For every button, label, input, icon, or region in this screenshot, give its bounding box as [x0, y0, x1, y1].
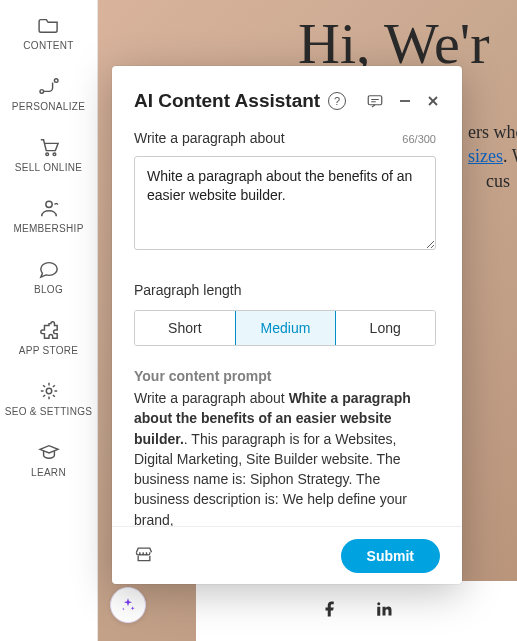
gear-icon — [38, 380, 60, 402]
hero-line: ers who — [468, 122, 517, 142]
modal-header: AI Content Assistant ? — [112, 66, 462, 130]
content-prompt-heading: Your content prompt — [134, 368, 436, 384]
svg-point-5 — [46, 388, 51, 393]
modal-scroll[interactable]: Write a paragraph about 66/300 Paragraph… — [134, 130, 440, 526]
hero-line: cus — [486, 171, 510, 191]
modal-footer: Submit — [112, 526, 462, 584]
sidebar-item-label: PERSONALIZE — [12, 101, 85, 112]
svg-point-4 — [45, 201, 51, 207]
feedback-icon[interactable] — [366, 93, 384, 109]
route-icon — [38, 75, 60, 97]
minimize-icon[interactable] — [398, 94, 412, 108]
grad-cap-icon — [38, 441, 60, 463]
person-icon — [38, 197, 60, 219]
storefront-icon[interactable] — [134, 545, 154, 567]
prompt-textarea[interactable] — [134, 156, 436, 250]
sidebar-item-personalize[interactable]: PERSONALIZE — [0, 65, 97, 126]
length-long[interactable]: Long — [335, 311, 435, 345]
cart-icon — [38, 136, 60, 158]
length-label: Paragraph length — [134, 282, 436, 298]
sidebar-item-content[interactable]: CONTENT — [0, 4, 97, 65]
sidebar-item-label: BLOG — [34, 284, 63, 295]
sidebar-item-sell-online[interactable]: SELL ONLINE — [0, 126, 97, 187]
modal-body: Write a paragraph about 66/300 Paragraph… — [112, 130, 462, 526]
chat-icon — [38, 258, 60, 280]
svg-point-2 — [45, 153, 48, 156]
close-icon[interactable] — [426, 94, 440, 108]
ai-assistant-modal: AI Content Assistant ? Write a paragraph… — [112, 66, 462, 584]
sidebar-item-seo-settings[interactable]: SEO & SETTINGS — [0, 370, 97, 431]
prompt-label: Write a paragraph about — [134, 130, 285, 146]
content-prompt-lead: Write a paragraph about — [134, 390, 289, 406]
content-prompt-text: Write a paragraph about White a paragrap… — [134, 388, 436, 526]
svg-rect-6 — [377, 607, 380, 616]
folder-icon — [38, 14, 60, 36]
sidebar: CONTENT PERSONALIZE SELL ONLINE MEMBERSH… — [0, 0, 98, 641]
svg-point-7 — [377, 602, 380, 605]
length-short[interactable]: Short — [135, 311, 236, 345]
help-icon[interactable]: ? — [328, 92, 346, 110]
ai-sparkle-button[interactable] — [110, 587, 146, 623]
svg-point-1 — [54, 79, 58, 83]
sidebar-item-label: SEO & SETTINGS — [5, 406, 93, 417]
hero-paragraph: ers who sizes. W cus — [468, 120, 517, 193]
char-count: 66/300 — [402, 133, 436, 145]
sidebar-item-blog[interactable]: BLOG — [0, 248, 97, 309]
submit-button[interactable]: Submit — [341, 539, 440, 573]
sidebar-item-label: LEARN — [31, 467, 66, 478]
svg-point-3 — [53, 153, 56, 156]
sidebar-item-label: CONTENT — [23, 40, 73, 51]
hero-line: . W — [503, 146, 517, 166]
length-medium[interactable]: Medium — [235, 310, 337, 346]
sidebar-item-label: APP STORE — [19, 345, 79, 356]
facebook-icon[interactable] — [321, 600, 339, 622]
svg-rect-8 — [368, 96, 382, 105]
length-segmented: Short Medium Long — [134, 310, 436, 346]
puzzle-icon — [38, 319, 60, 341]
modal-title: AI Content Assistant — [134, 90, 320, 112]
sidebar-item-app-store[interactable]: APP STORE — [0, 309, 97, 370]
sidebar-item-membership[interactable]: MEMBERSHIP — [0, 187, 97, 248]
sidebar-item-label: MEMBERSHIP — [13, 223, 83, 234]
sidebar-item-learn[interactable]: LEARN — [0, 431, 97, 492]
hero-link[interactable]: sizes — [468, 146, 503, 166]
svg-point-0 — [40, 90, 44, 94]
social-bar — [196, 581, 517, 641]
linkedin-icon[interactable] — [375, 600, 393, 622]
sidebar-item-label: SELL ONLINE — [15, 162, 82, 173]
